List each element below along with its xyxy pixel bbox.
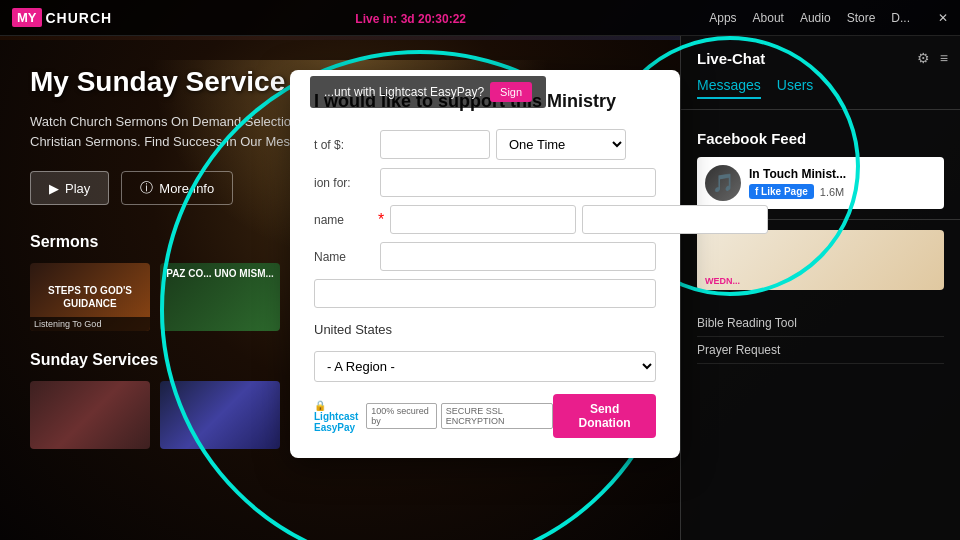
- address-input[interactable]: [314, 279, 656, 308]
- lightcast-logo: 🔒 LightcastEasyPay: [314, 400, 366, 433]
- bottom-links: Bible Reading Tool Prayer Request: [681, 300, 960, 374]
- topbar: MY CHURCH Live in: 3d 20:30:22 Apps Abou…: [0, 0, 960, 36]
- banner-label: WEDN...: [705, 276, 740, 286]
- fb-page-name: In Touch Minist...: [749, 167, 936, 181]
- email-input[interactable]: [380, 242, 656, 271]
- fb-count: 1.6M: [820, 186, 844, 198]
- live-chat-title: Live-Chat: [697, 50, 944, 67]
- donation-for-row: ion for:: [314, 168, 656, 197]
- required-marker: *: [378, 211, 384, 229]
- service-thumb-1[interactable]: [30, 381, 150, 449]
- donation-for-label: ion for:: [314, 176, 374, 190]
- topbar-center: Live in: 3d 20:30:22: [112, 9, 709, 27]
- fb-logo: 🎵: [705, 165, 741, 201]
- menu-icon[interactable]: ≡: [940, 50, 948, 66]
- fb-like-button[interactable]: f Like Page: [749, 184, 814, 199]
- more-info-button[interactable]: ⓘ More Info: [121, 171, 233, 205]
- sign-in-button[interactable]: Sign: [490, 82, 532, 102]
- first-name-label: name: [314, 213, 374, 227]
- secure-badge-2: SECURE SSL ENCRYPTION: [441, 403, 554, 429]
- play-icon: ▶: [49, 181, 59, 196]
- region-row: - A Region -: [314, 351, 656, 382]
- play-button[interactable]: ▶ Play: [30, 171, 109, 205]
- right-panel: Live-Chat Messages Users ⚙ ≡ Facebook Fe…: [680, 36, 960, 540]
- bible-reading-link[interactable]: Bible Reading Tool: [697, 310, 944, 337]
- first-name-input[interactable]: [390, 205, 576, 234]
- panel-icon-row: ⚙ ≡: [917, 50, 948, 66]
- nav-store[interactable]: Store: [847, 11, 876, 25]
- chat-tabs: Messages Users: [697, 77, 944, 99]
- topbar-nav: Apps About Audio Store D... ✕: [709, 11, 948, 25]
- secure-badges: 100% secured by SECURE SSL ENCRYPTION: [366, 403, 553, 429]
- sermon-title-2: PAZ CO... UNO MISM...: [160, 263, 280, 284]
- frequency-select[interactable]: One Time Monthly Yearly: [496, 129, 626, 160]
- nav-audio[interactable]: Audio: [800, 11, 831, 25]
- fb-card[interactable]: 🎵 In Touch Minist... f Like Page 1.6M: [697, 157, 944, 209]
- form-footer: 🔒 LightcastEasyPay 100% secured by SECUR…: [314, 394, 656, 438]
- region-select[interactable]: - A Region -: [314, 351, 656, 382]
- nav-apps[interactable]: Apps: [709, 11, 736, 25]
- sign-in-text: ...unt with Lightcast EasyPay?: [324, 85, 484, 99]
- donation-form: I would like to support this Ministry t …: [290, 70, 680, 458]
- info-icon: ⓘ: [140, 179, 153, 197]
- name-row: name *: [314, 205, 656, 234]
- nav-more[interactable]: D...: [891, 11, 910, 25]
- amount-input[interactable]: [380, 130, 490, 159]
- logo-church: CHURCH: [46, 10, 113, 26]
- settings-icon[interactable]: ⚙: [917, 50, 930, 66]
- tab-users[interactable]: Users: [777, 77, 814, 99]
- fb-info: In Touch Minist... f Like Page 1.6M: [749, 167, 936, 199]
- last-name-input[interactable]: [582, 205, 768, 234]
- lightcast-text: 🔒 LightcastEasyPay: [314, 400, 366, 433]
- address-row: [314, 279, 656, 308]
- service-thumb-2[interactable]: [160, 381, 280, 449]
- close-button[interactable]: ✕: [938, 11, 948, 25]
- amount-label: t of $:: [314, 138, 374, 152]
- email-label: Name: [314, 250, 374, 264]
- sermon-thumb-1[interactable]: STEPS TO GOD'S GUIDANCE Listening To God: [30, 263, 150, 331]
- email-row: Name: [314, 242, 656, 271]
- facebook-title: Facebook Feed: [697, 130, 944, 147]
- prayer-request-link[interactable]: Prayer Request: [697, 337, 944, 364]
- small-banner: WEDN...: [697, 230, 944, 290]
- secure-badge-1: 100% secured by: [366, 403, 436, 429]
- tab-messages[interactable]: Messages: [697, 77, 761, 99]
- donation-for-input[interactable]: [380, 168, 656, 197]
- sign-in-bar: ...unt with Lightcast EasyPay? Sign: [310, 76, 546, 108]
- facebook-section: Facebook Feed 🎵 In Touch Minist... f Lik…: [681, 116, 960, 220]
- sermon-title-1: STEPS TO GOD'S GUIDANCE: [30, 280, 150, 314]
- donate-button[interactable]: Send Donation: [553, 394, 656, 438]
- sermon-label-1: Listening To God: [30, 317, 150, 331]
- amount-row: t of $: One Time Monthly Yearly: [314, 129, 656, 160]
- country-value: United States: [314, 316, 656, 343]
- sermon-thumb-2[interactable]: PAZ CO... UNO MISM...: [160, 263, 280, 331]
- fb-like-row: f Like Page 1.6M: [749, 184, 936, 199]
- hero-description: Watch Church Sermons On Demand Selection…: [30, 112, 330, 151]
- logo-my: MY: [12, 8, 42, 27]
- live-chat-section: Live-Chat Messages Users: [681, 36, 960, 110]
- live-timer: Live in: 3d 20:30:22: [355, 12, 466, 26]
- nav-about[interactable]: About: [753, 11, 784, 25]
